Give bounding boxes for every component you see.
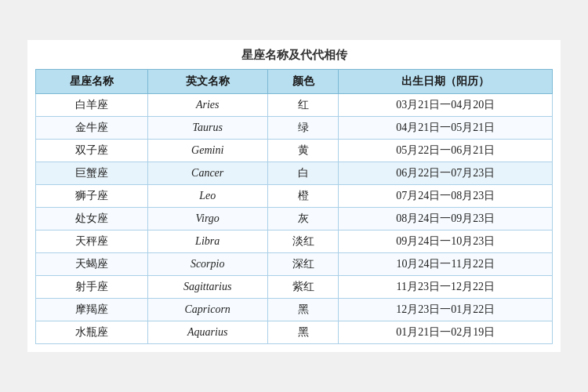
table-row: 天秤座Libra淡红09月24日一10月23日 [36, 230, 553, 253]
cell-chinese: 处女座 [36, 208, 148, 230]
cell-chinese: 双子座 [36, 140, 148, 162]
cell-dates: 10月24日一11月22日 [339, 253, 553, 276]
cell-english: Leo [147, 185, 267, 208]
cell-chinese: 天秤座 [36, 230, 148, 253]
cell-english: Capricorn [147, 299, 267, 321]
table-row: 水瓶座Aquarius黑01月21日一02月19日 [36, 321, 553, 344]
cell-chinese: 狮子座 [36, 185, 148, 208]
cell-english: Gemini [147, 140, 267, 162]
cell-color: 紫红 [267, 276, 339, 299]
cell-dates: 05月22日一06月21日 [339, 140, 553, 162]
cell-chinese: 射手座 [36, 276, 148, 299]
table-row: 金牛座Taurus绿04月21日一05月21日 [36, 117, 553, 140]
header-chinese: 星座名称 [36, 70, 148, 94]
cell-color: 黑 [267, 321, 339, 344]
table-row: 白羊座Aries红03月21日一04月20日 [36, 94, 553, 117]
cell-dates: 06月22日一07月23日 [339, 162, 553, 185]
cell-chinese: 白羊座 [36, 94, 148, 117]
cell-dates: 01月21日一02月19日 [339, 321, 553, 344]
cell-english: Virgo [147, 208, 267, 230]
header-dates: 出生日期（阳历） [339, 70, 553, 94]
cell-color: 黑 [267, 299, 339, 321]
table-row: 巨蟹座Cancer白06月22日一07月23日 [36, 162, 553, 185]
cell-english: Scorpio [147, 253, 267, 276]
table-row: 狮子座Leo橙07月24日一08月23日 [36, 185, 553, 208]
table-row: 双子座Gemini黄05月22日一06月21日 [36, 140, 553, 162]
cell-dates: 11月23日一12月22日 [339, 276, 553, 299]
cell-color: 淡红 [267, 230, 339, 253]
table-row: 射手座Sagittarius紫红11月23日一12月22日 [36, 276, 553, 299]
table-header-row: 星座名称 英文名称 颜色 出生日期（阳历） [36, 70, 553, 94]
zodiac-table: 星座名称 英文名称 颜色 出生日期（阳历） 白羊座Aries红03月21日一04… [35, 69, 553, 344]
cell-english: Aquarius [147, 321, 267, 344]
cell-dates: 12月23日一01月22日 [339, 299, 553, 321]
header-color: 颜色 [267, 70, 339, 94]
cell-color: 橙 [267, 185, 339, 208]
cell-english: Libra [147, 230, 267, 253]
cell-english: Taurus [147, 117, 267, 140]
cell-color: 灰 [267, 208, 339, 230]
cell-dates: 08月24日一09月23日 [339, 208, 553, 230]
cell-chinese: 金牛座 [36, 117, 148, 140]
table-row: 天蝎座Scorpio深红10月24日一11月22日 [36, 253, 553, 276]
table-row: 摩羯座Capricorn黑12月23日一01月22日 [36, 299, 553, 321]
cell-chinese: 水瓶座 [36, 321, 148, 344]
cell-chinese: 摩羯座 [36, 299, 148, 321]
cell-dates: 04月21日一05月21日 [339, 117, 553, 140]
main-container: 星座名称及代代相传 星座名称 英文名称 颜色 出生日期（阳历） 白羊座Aries… [27, 40, 561, 352]
cell-chinese: 巨蟹座 [36, 162, 148, 185]
cell-english: Cancer [147, 162, 267, 185]
cell-chinese: 天蝎座 [36, 253, 148, 276]
cell-color: 绿 [267, 117, 339, 140]
cell-english: Sagittarius [147, 276, 267, 299]
cell-color: 黄 [267, 140, 339, 162]
table-row: 处女座Virgo灰08月24日一09月23日 [36, 208, 553, 230]
cell-english: Aries [147, 94, 267, 117]
cell-dates: 03月21日一04月20日 [339, 94, 553, 117]
cell-color: 深红 [267, 253, 339, 276]
cell-color: 白 [267, 162, 339, 185]
header-english: 英文名称 [147, 70, 267, 94]
cell-dates: 07月24日一08月23日 [339, 185, 553, 208]
cell-color: 红 [267, 94, 339, 117]
cell-dates: 09月24日一10月23日 [339, 230, 553, 253]
page-title: 星座名称及代代相传 [35, 48, 553, 63]
